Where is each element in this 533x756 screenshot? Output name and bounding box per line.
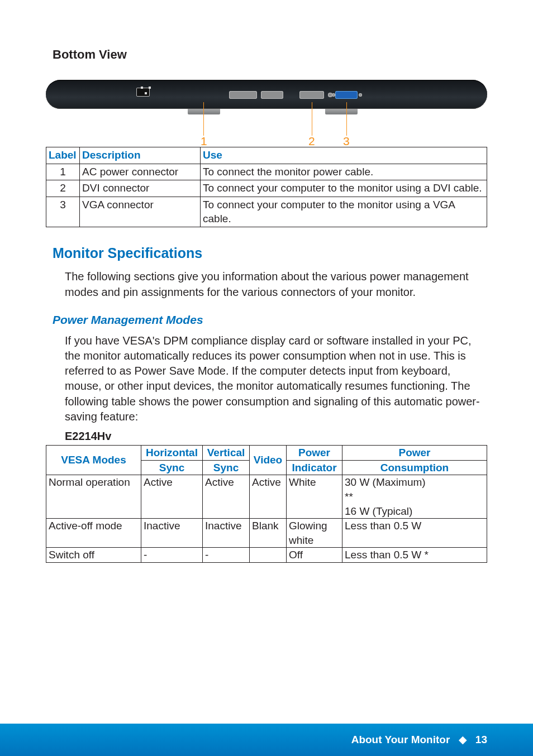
screw-hole-icon <box>359 93 362 97</box>
mount-arm <box>325 109 358 114</box>
table-row: 2 DVI connector To connect your computer… <box>46 180 487 197</box>
cell-vsync: - <box>203 548 250 563</box>
footer-text: About Your Monitor ◆ 13 <box>351 733 487 746</box>
col-hsync: Sync <box>141 460 203 475</box>
cell-label: 1 <box>46 164 80 180</box>
cell-vesa: Normal operation <box>46 475 141 519</box>
bottom-view-diagram: 1 2 3 <box>46 74 487 147</box>
col-description: Description <box>80 147 201 164</box>
col-power-consumption: Consumption <box>342 460 487 475</box>
cell-vsync: Active <box>203 475 250 519</box>
col-vesa-modes: VESA Modes <box>46 445 141 475</box>
cell-use: To connect your computer to the monitor … <box>201 197 487 227</box>
cell-video: Active <box>250 475 287 519</box>
col-hsync: Horizontal <box>141 445 203 460</box>
col-video: Video <box>250 445 287 475</box>
vga-port-icon <box>335 91 358 99</box>
callout-number-2: 2 <box>308 135 315 148</box>
cell-hsync: Inactive <box>141 519 203 548</box>
bottom-view-table: Label Description Use 1 AC power connect… <box>46 147 487 227</box>
callout-line <box>312 102 312 136</box>
col-label: Label <box>46 147 80 164</box>
table-header-row: Label Description Use <box>46 147 487 164</box>
cell-power-consumption: 30 W (Maximum) ** 16 W (Typical) <box>342 475 487 519</box>
col-vsync: Sync <box>203 460 250 475</box>
cell-vesa: Switch off <box>46 548 141 563</box>
footer-section: About Your Monitor <box>351 734 450 745</box>
cell-desc: VGA connector <box>80 197 201 227</box>
heading-bottom-view: Bottom View <box>53 47 487 62</box>
page-number: 13 <box>475 734 487 745</box>
cell-power-indicator: White <box>287 475 342 519</box>
heading-monitor-spec: Monitor Specifications <box>53 245 487 261</box>
port-label-plate <box>229 91 257 99</box>
callout-line <box>203 102 204 136</box>
cell-video: Blank <box>250 519 287 548</box>
cell-use: To connect your computer to the monitor … <box>201 180 487 197</box>
table-row: Switch off - - Off Less than 0.5 W * <box>46 548 487 563</box>
table-row: Normal operation Active Active Active Wh… <box>46 475 487 519</box>
cell-power-consumption: Less than 0.5 W * <box>342 548 487 563</box>
table-row: 3 VGA connector To connect your computer… <box>46 197 487 227</box>
lock-icon <box>141 87 143 89</box>
cell-power-indicator: Glowing white <box>287 519 342 548</box>
col-power-indicator: Power <box>287 445 342 460</box>
dvi-port-icon <box>299 91 324 99</box>
cell-label: 2 <box>46 180 80 197</box>
diamond-icon: ◆ <box>459 734 467 745</box>
cell-hsync: - <box>141 548 203 563</box>
cell-use: To connect the monitor power cable. <box>201 164 487 180</box>
callout-line <box>346 102 347 136</box>
mount-arm <box>188 109 220 114</box>
cell-power-indicator: Off <box>287 548 342 563</box>
table-row: Active-off mode Inactive Inactive Blank … <box>46 519 487 548</box>
cell-label: 3 <box>46 197 80 227</box>
page-footer: About Your Monitor ◆ 13 <box>0 724 533 756</box>
kensington-slot-icon <box>136 88 150 97</box>
col-vsync: Vertical <box>203 445 250 460</box>
col-power-consumption: Power <box>342 445 487 460</box>
port-label-plate <box>261 91 283 99</box>
col-use: Use <box>201 147 487 164</box>
table-header-row: VESA Modes Horizontal Vertical Video Pow… <box>46 445 487 460</box>
callout-number-1: 1 <box>201 135 207 148</box>
cell-video <box>250 548 287 563</box>
heading-model: E2214Hv <box>65 430 487 443</box>
power-mgmt-table: VESA Modes Horizontal Vertical Video Pow… <box>46 445 487 563</box>
cell-power-consumption: Less than 0.5 W <box>342 519 487 548</box>
paragraph-spec-intro: The following sections give you informat… <box>65 269 487 299</box>
paragraph-pm-intro: If you have VESA's DPM compliance displa… <box>65 333 487 424</box>
cell-desc: DVI connector <box>80 180 201 197</box>
col-power-indicator: Indicator <box>287 460 342 475</box>
heading-pm-modes: Power Management Modes <box>53 313 487 327</box>
cell-vsync: Inactive <box>203 519 250 548</box>
cell-vesa: Active-off mode <box>46 519 141 548</box>
table-row: 1 AC power connector To connect the moni… <box>46 164 487 180</box>
callout-number-3: 3 <box>343 135 350 148</box>
cell-desc: AC power connector <box>80 164 201 180</box>
cell-hsync: Active <box>141 475 203 519</box>
